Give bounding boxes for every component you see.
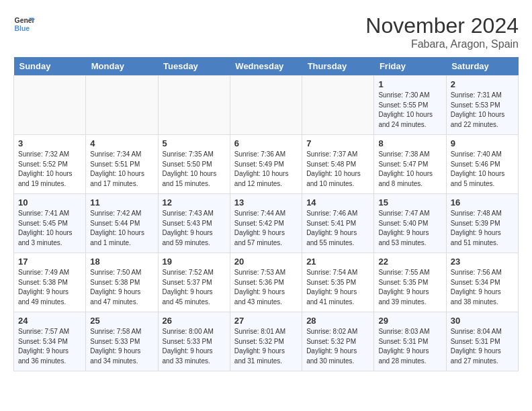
day-number: 8 [378, 138, 441, 148]
calendar-cell: 30Sunrise: 8:04 AM Sunset: 5:31 PM Dayli… [446, 312, 518, 371]
header-thursday: Thursday [302, 57, 374, 76]
day-info: Sunrise: 7:52 AM Sunset: 5:37 PM Dayligh… [163, 268, 226, 307]
day-number: 1 [378, 79, 441, 89]
day-info: Sunrise: 8:03 AM Sunset: 5:31 PM Dayligh… [378, 327, 441, 366]
day-number: 10 [18, 197, 81, 208]
day-number: 15 [378, 197, 441, 208]
calendar-cell: 11Sunrise: 7:42 AM Sunset: 5:44 PM Dayli… [86, 194, 158, 253]
day-number: 2 [451, 79, 514, 89]
title-block: November 2024 Fabara, Aragon, Spain [365, 13, 519, 50]
svg-text:Blue: Blue [15, 25, 30, 32]
calendar-cell [158, 76, 230, 135]
day-info: Sunrise: 7:43 AM Sunset: 5:43 PM Dayligh… [163, 209, 226, 248]
calendar-cell: 22Sunrise: 7:55 AM Sunset: 5:35 PM Dayli… [374, 253, 446, 312]
calendar-cell: 24Sunrise: 7:57 AM Sunset: 5:34 PM Dayli… [14, 312, 86, 371]
calendar-cell: 9Sunrise: 7:40 AM Sunset: 5:46 PM Daylig… [446, 135, 518, 194]
calendar-cell: 27Sunrise: 8:01 AM Sunset: 5:32 PM Dayli… [230, 312, 302, 371]
calendar-cell: 28Sunrise: 8:02 AM Sunset: 5:32 PM Dayli… [302, 312, 374, 371]
day-info: Sunrise: 7:53 AM Sunset: 5:36 PM Dayligh… [234, 268, 298, 307]
day-number: 6 [234, 138, 298, 148]
day-number: 27 [234, 316, 298, 326]
day-info: Sunrise: 8:04 AM Sunset: 5:31 PM Dayligh… [451, 327, 514, 366]
header-sunday: Sunday [14, 57, 86, 76]
calendar-cell [14, 76, 86, 135]
day-info: Sunrise: 7:44 AM Sunset: 5:42 PM Dayligh… [234, 209, 298, 248]
week-row-1: 3Sunrise: 7:32 AM Sunset: 5:52 PM Daylig… [14, 135, 519, 194]
calendar-cell: 15Sunrise: 7:47 AM Sunset: 5:40 PM Dayli… [374, 194, 446, 253]
calendar-cell [230, 76, 302, 135]
day-info: Sunrise: 7:49 AM Sunset: 5:38 PM Dayligh… [18, 268, 81, 307]
day-info: Sunrise: 7:57 AM Sunset: 5:34 PM Dayligh… [18, 327, 81, 366]
location: Fabara, Aragon, Spain [365, 38, 519, 50]
calendar-cell: 7Sunrise: 7:37 AM Sunset: 5:48 PM Daylig… [302, 135, 374, 194]
day-number: 23 [451, 257, 514, 267]
logo: General Blue [13, 13, 35, 35]
logo-icon: General Blue [13, 13, 35, 35]
day-number: 12 [163, 197, 226, 208]
calendar-cell: 23Sunrise: 7:56 AM Sunset: 5:34 PM Dayli… [446, 253, 518, 312]
calendar-cell: 10Sunrise: 7:41 AM Sunset: 5:45 PM Dayli… [14, 194, 86, 253]
day-info: Sunrise: 7:50 AM Sunset: 5:38 PM Dayligh… [90, 268, 153, 307]
day-number: 5 [163, 138, 226, 148]
calendar-cell [302, 76, 374, 135]
page-header: General Blue November 2024 Fabara, Arago… [13, 13, 519, 50]
week-row-3: 17Sunrise: 7:49 AM Sunset: 5:38 PM Dayli… [14, 253, 519, 312]
day-info: Sunrise: 7:31 AM Sunset: 5:53 PM Dayligh… [451, 91, 514, 130]
calendar-cell: 1Sunrise: 7:30 AM Sunset: 5:55 PM Daylig… [374, 76, 446, 135]
day-number: 19 [163, 257, 226, 267]
day-info: Sunrise: 7:32 AM Sunset: 5:52 PM Dayligh… [18, 150, 81, 189]
day-info: Sunrise: 7:38 AM Sunset: 5:47 PM Dayligh… [378, 150, 441, 189]
day-number: 26 [163, 316, 226, 326]
day-info: Sunrise: 8:02 AM Sunset: 5:32 PM Dayligh… [306, 327, 369, 366]
day-number: 7 [306, 138, 369, 148]
day-number: 14 [306, 197, 369, 208]
header-tuesday: Tuesday [158, 57, 230, 76]
calendar-cell: 3Sunrise: 7:32 AM Sunset: 5:52 PM Daylig… [14, 135, 86, 194]
week-row-0: 1Sunrise: 7:30 AM Sunset: 5:55 PM Daylig… [14, 76, 519, 135]
day-number: 28 [306, 316, 369, 326]
week-row-4: 24Sunrise: 7:57 AM Sunset: 5:34 PM Dayli… [14, 312, 519, 371]
day-number: 9 [451, 138, 514, 148]
day-info: Sunrise: 8:00 AM Sunset: 5:33 PM Dayligh… [163, 327, 226, 366]
calendar-cell: 25Sunrise: 7:58 AM Sunset: 5:33 PM Dayli… [86, 312, 158, 371]
calendar-cell: 5Sunrise: 7:35 AM Sunset: 5:50 PM Daylig… [158, 135, 230, 194]
calendar-cell: 18Sunrise: 7:50 AM Sunset: 5:38 PM Dayli… [86, 253, 158, 312]
day-number: 17 [18, 257, 81, 267]
day-info: Sunrise: 7:36 AM Sunset: 5:49 PM Dayligh… [234, 150, 298, 189]
week-row-2: 10Sunrise: 7:41 AM Sunset: 5:45 PM Dayli… [14, 194, 519, 253]
calendar-cell: 19Sunrise: 7:52 AM Sunset: 5:37 PM Dayli… [158, 253, 230, 312]
day-info: Sunrise: 7:54 AM Sunset: 5:35 PM Dayligh… [306, 268, 369, 307]
day-info: Sunrise: 7:35 AM Sunset: 5:50 PM Dayligh… [163, 150, 226, 189]
day-number: 20 [234, 257, 298, 267]
calendar-cell [86, 76, 158, 135]
day-number: 3 [18, 138, 81, 148]
calendar-header-row: SundayMondayTuesdayWednesdayThursdayFrid… [14, 57, 519, 76]
day-info: Sunrise: 7:47 AM Sunset: 5:40 PM Dayligh… [378, 209, 441, 248]
day-info: Sunrise: 7:30 AM Sunset: 5:55 PM Dayligh… [378, 91, 441, 130]
calendar-cell: 16Sunrise: 7:48 AM Sunset: 5:39 PM Dayli… [446, 194, 518, 253]
calendar-cell: 26Sunrise: 8:00 AM Sunset: 5:33 PM Dayli… [158, 312, 230, 371]
day-number: 11 [90, 197, 153, 208]
day-info: Sunrise: 7:48 AM Sunset: 5:39 PM Dayligh… [451, 209, 514, 248]
header-monday: Monday [86, 57, 158, 76]
calendar-cell: 17Sunrise: 7:49 AM Sunset: 5:38 PM Dayli… [14, 253, 86, 312]
day-info: Sunrise: 7:46 AM Sunset: 5:41 PM Dayligh… [306, 209, 369, 248]
day-info: Sunrise: 7:34 AM Sunset: 5:51 PM Dayligh… [90, 150, 153, 189]
day-info: Sunrise: 7:56 AM Sunset: 5:34 PM Dayligh… [451, 268, 514, 307]
day-number: 29 [378, 316, 441, 326]
day-number: 21 [306, 257, 369, 267]
day-info: Sunrise: 7:40 AM Sunset: 5:46 PM Dayligh… [451, 150, 514, 189]
day-number: 25 [90, 316, 153, 326]
calendar-cell: 6Sunrise: 7:36 AM Sunset: 5:49 PM Daylig… [230, 135, 302, 194]
day-number: 30 [451, 316, 514, 326]
calendar-cell: 4Sunrise: 7:34 AM Sunset: 5:51 PM Daylig… [86, 135, 158, 194]
calendar-cell: 14Sunrise: 7:46 AM Sunset: 5:41 PM Dayli… [302, 194, 374, 253]
header-wednesday: Wednesday [230, 57, 302, 76]
day-number: 22 [378, 257, 441, 267]
day-info: Sunrise: 7:58 AM Sunset: 5:33 PM Dayligh… [90, 327, 153, 366]
calendar-cell: 21Sunrise: 7:54 AM Sunset: 5:35 PM Dayli… [302, 253, 374, 312]
day-info: Sunrise: 7:55 AM Sunset: 5:35 PM Dayligh… [378, 268, 441, 307]
calendar-cell: 29Sunrise: 8:03 AM Sunset: 5:31 PM Dayli… [374, 312, 446, 371]
day-number: 16 [451, 197, 514, 208]
day-number: 18 [90, 257, 153, 267]
